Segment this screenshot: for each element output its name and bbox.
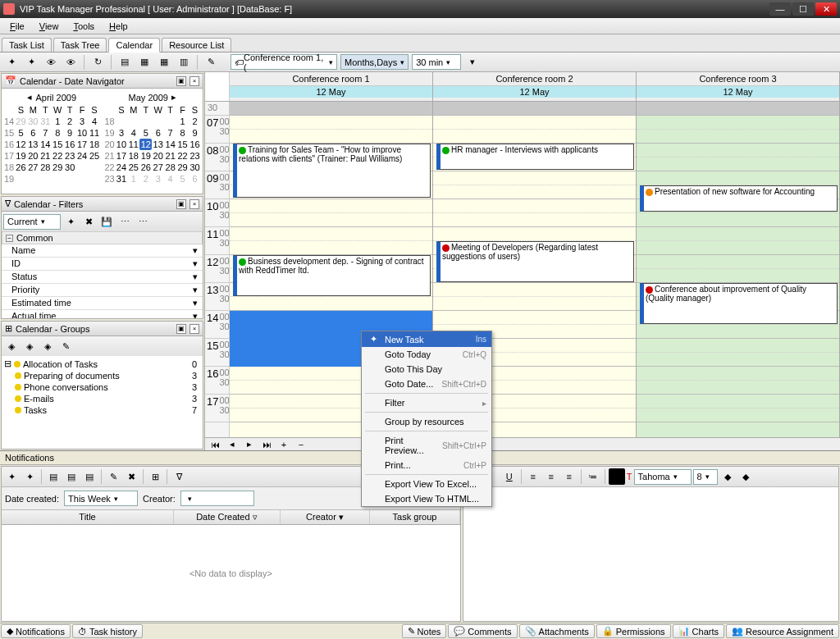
rt-bullets-button[interactable]: ≔ — [585, 468, 601, 485]
nt-btn2[interactable]: ✦ — [21, 468, 38, 485]
filter-more-button[interactable]: ⋯ — [116, 213, 133, 230]
filter-save-button[interactable]: 💾 — [98, 213, 115, 230]
date-navigator[interactable]: ◂April 2009 SMTWTFS 14293031123415567891… — [2, 89, 203, 186]
filter-field[interactable]: Estimated time▾ — [2, 297, 203, 310]
tab-task-list[interactable]: Task List — [2, 38, 52, 52]
fontsize-combo[interactable]: 8▾ — [693, 469, 718, 485]
ctx-print-preview-[interactable]: Print Preview...Shift+Ctrl+P — [362, 433, 491, 458]
panel-close-button[interactable]: × — [189, 324, 199, 334]
grouping-combo[interactable]: Months,Days▾ — [340, 54, 409, 70]
status-tab-permissions[interactable]: 🔒Permissions — [596, 624, 671, 638]
pin-button[interactable]: ▣ — [176, 199, 186, 209]
rt-color-button[interactable] — [609, 468, 625, 485]
status-tab-task-history[interactable]: ⏱Task history — [72, 624, 143, 638]
interval-combo[interactable]: 30 min▾ — [412, 54, 461, 70]
nt-btn4[interactable]: ▤ — [63, 468, 80, 485]
nav-next-button[interactable]: ▸ — [241, 436, 258, 453]
ctx-new-task[interactable]: ✦New TaskIns — [362, 331, 491, 347]
calendar-event[interactable]: Training for Sales Team - "How to improv… — [233, 144, 431, 198]
creator-combo[interactable]: ▾ — [180, 491, 254, 506]
rt-underline-button[interactable]: U — [501, 468, 518, 485]
rich-text-area[interactable] — [463, 487, 838, 621]
calendar-event[interactable]: Business development dep. - Signing of c… — [233, 255, 431, 296]
filter-group-common[interactable]: −Common — [2, 231, 203, 244]
settings-button[interactable]: ✎ — [203, 54, 219, 71]
nav-prev-button[interactable]: ◂ — [224, 436, 240, 453]
tree-item[interactable]: Phone conversations3 — [3, 381, 201, 393]
filter-combo[interactable]: Current▾ — [3, 214, 61, 230]
pin-button[interactable]: ▣ — [176, 76, 186, 86]
ctx-print-[interactable]: Print...Ctrl+P — [362, 458, 491, 472]
rt-align-center-button[interactable]: ≡ — [543, 468, 559, 485]
nav-first-button[interactable]: ⏮ — [207, 436, 223, 453]
group-btn4[interactable]: ✎ — [57, 338, 74, 354]
room-header-3[interactable]: Conference room 312 May — [637, 72, 840, 101]
room-header-2[interactable]: Conference room 212 May — [433, 72, 637, 101]
tree-item[interactable]: E-mails3 — [3, 393, 201, 404]
filter-field[interactable]: Status▾ — [2, 271, 203, 284]
view-day-button[interactable]: ▤ — [116, 54, 133, 71]
date-created-combo[interactable]: This Week▾ — [64, 491, 138, 506]
status-tab-notifications[interactable]: ◆Notifications — [1, 624, 71, 638]
room-header-1[interactable]: Conference room 112 May — [230, 72, 433, 101]
col-date[interactable]: Date Created ▿ — [174, 510, 281, 524]
calendar-event[interactable]: Meeting of Developers (Regarding latest … — [436, 241, 634, 282]
tree-root[interactable]: ⊟ Allocation of Tasks0 — [3, 358, 201, 370]
tab-resource-list[interactable]: Resource List — [162, 38, 231, 52]
menu-view[interactable]: View — [33, 20, 66, 33]
ctx-goto-this-day[interactable]: Goto This Day — [362, 362, 491, 377]
filter-field[interactable]: Priority▾ — [2, 284, 203, 297]
nt-btn1[interactable]: ✦ — [3, 468, 20, 485]
group-btn1[interactable]: ◈ — [3, 338, 20, 354]
close-button[interactable]: ✕ — [815, 2, 837, 16]
nav-add-button[interactable]: + — [276, 436, 292, 453]
tbtn-1[interactable]: ✦ — [3, 54, 20, 71]
tbtn-2[interactable]: ✦ — [23, 54, 39, 71]
panel-close-button[interactable]: × — [189, 199, 199, 209]
col-creator[interactable]: Creator ▾ — [281, 510, 371, 524]
font-combo[interactable]: Tahoma▾ — [634, 469, 692, 485]
filter-add-button[interactable]: ✦ — [62, 213, 79, 230]
nt-btn6[interactable]: ✎ — [105, 468, 121, 485]
filter-field[interactable]: Actual time▾ — [2, 310, 203, 318]
ctx-export-view-to-html-[interactable]: Export View To HTML... — [362, 491, 491, 506]
group-btn2[interactable]: ◈ — [21, 338, 38, 354]
calendar-event[interactable]: Presentation of new software for Account… — [640, 185, 838, 212]
ctx-export-view-to-excel-[interactable]: Export View To Excel... — [362, 477, 491, 491]
filter-del-button[interactable]: ✖ — [80, 213, 97, 230]
tree-item[interactable]: Preparing of documents3 — [3, 370, 201, 381]
status-tab-resource[interactable]: 👥Resource Assignment — [726, 624, 839, 638]
tbtn-3[interactable]: 👁 — [43, 54, 59, 71]
nt-btn5[interactable]: ▤ — [81, 468, 98, 485]
nav-last-button[interactable]: ⏭ — [258, 436, 275, 453]
rt-btn-y[interactable]: ◆ — [737, 468, 754, 485]
next-month-button[interactable]: ▸ — [171, 92, 176, 103]
room-combo[interactable]: 🏷 Conference room 1, (▾ — [231, 54, 337, 70]
refresh-button[interactable]: ↻ — [89, 54, 106, 71]
menu-help[interactable]: Help — [103, 20, 135, 33]
status-tab-attachments[interactable]: 📎Attachments — [519, 624, 595, 638]
nt-btn7[interactable]: ✖ — [123, 468, 139, 485]
calendar-event[interactable]: Conference about improvement of Quality … — [640, 283, 838, 324]
ctx-goto-today[interactable]: Goto TodayCtrl+Q — [362, 347, 491, 362]
tab-task-tree[interactable]: Task Tree — [53, 38, 107, 52]
filter-field[interactable]: ID▾ — [2, 258, 203, 271]
rt-btn-x[interactable]: ◆ — [719, 468, 736, 485]
calendar-event[interactable]: HR manager - Interviews with applicants — [436, 144, 634, 170]
room-column-3[interactable]: Presentation of new software for Account… — [637, 102, 840, 437]
view-week-button[interactable]: ▦ — [136, 54, 153, 71]
col-title[interactable]: Title — [2, 510, 174, 524]
col-taskgroup[interactable]: Task group — [370, 510, 460, 524]
ctx-goto-date-[interactable]: Goto Date...Shift+Ctrl+D — [362, 377, 491, 391]
nav-del-button[interactable]: − — [293, 436, 309, 453]
rt-align-right-button[interactable]: ≡ — [561, 468, 578, 485]
menu-tools[interactable]: Tools — [66, 20, 101, 33]
nt-btn3[interactable]: ▤ — [45, 468, 62, 485]
ctx-filter[interactable]: Filter▸ — [362, 395, 491, 410]
filter-field[interactable]: Name▾ — [2, 244, 203, 258]
tbtn-extra[interactable]: ▾ — [464, 54, 481, 71]
prev-month-button[interactable]: ◂ — [27, 92, 32, 103]
minimize-button[interactable]: — — [769, 2, 791, 16]
ctx-group-by-resources[interactable]: Group by resources — [362, 414, 491, 429]
view-month-button[interactable]: ▦ — [156, 54, 172, 71]
